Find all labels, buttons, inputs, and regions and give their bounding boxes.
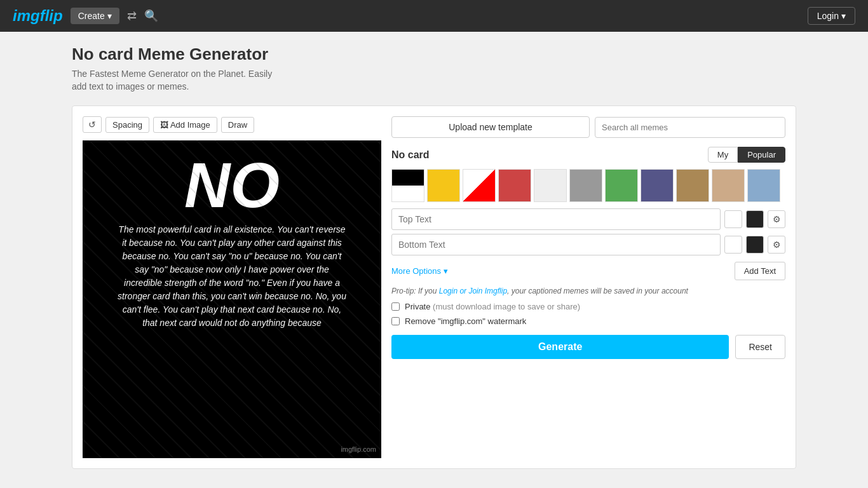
thumbnail-0[interactable] [391,169,424,202]
pro-tip-link[interactable]: Login or Join Imgflip [439,287,507,295]
create-label: Create [78,11,105,21]
thumbnail-9[interactable] [712,169,745,202]
logo-img: img [13,7,40,24]
meme-body-text: The most powerful card in all existence.… [98,217,367,336]
bottom-text-settings-button[interactable]: ⚙ [768,236,785,254]
meme-big-text: NO [184,153,280,217]
tab-group: My Popular [708,147,785,163]
private-checkbox[interactable] [391,302,400,311]
add-image-button[interactable]: 🖼 Add Image [153,117,217,133]
more-options-button[interactable]: More Options ▾ [391,266,448,276]
login-button[interactable]: Login ▾ [808,7,855,25]
reset-button[interactable]: Reset [735,335,785,359]
bottom-text-input[interactable] [391,234,721,255]
bottom-text-row: ⚙ [391,234,785,255]
search-memes-input[interactable] [595,117,785,138]
template-name: No card [391,149,430,161]
tab-my[interactable]: My [708,147,738,163]
left-panel: ↺ Spacing 🖼 Add Image Draw NO The most p… [83,116,381,458]
upload-template-button[interactable]: Upload new template [391,116,590,138]
page-subtitle: The Fastest Meme Generator on the Planet… [72,68,275,93]
login-label: Login [817,11,839,21]
header-left: imgflip Create ▾ ⇄ 🔍 [13,7,158,25]
create-button[interactable]: Create ▾ [71,8,119,24]
toolbar: ↺ Spacing 🖼 Add Image Draw [83,116,381,133]
generator-box: ↺ Spacing 🖼 Add Image Draw NO The most p… [72,105,796,469]
template-header: No card My Popular [391,147,785,163]
thumbnail-3[interactable] [498,169,531,202]
checkboxes: Private (must download image to save or … [391,302,785,326]
more-options-row: More Options ▾ Add Text [391,262,785,280]
meme-image: NO The most powerful card in all existen… [83,140,381,458]
top-text-settings-button[interactable]: ⚙ [768,210,785,228]
more-options-label: More Options [391,266,441,276]
thumbnail-10[interactable] [747,169,780,202]
chevron-down-icon-options: ▾ [444,266,448,276]
shuffle-icon[interactable]: ⇄ [127,9,137,23]
top-text-color-white[interactable] [724,210,742,228]
bottom-text-color-white[interactable] [724,236,742,254]
chevron-down-icon-login: ▾ [841,11,846,21]
bottom-text-color-black[interactable] [746,236,764,254]
watermark-row: Remove "imgflip.com" watermark [391,316,785,326]
thumbnails-row [391,169,785,202]
logo-flip: flip [40,7,63,24]
spacing-button[interactable]: Spacing [105,117,149,133]
top-text-row: ⚙ [391,208,785,230]
header: imgflip Create ▾ ⇄ 🔍 Login ▾ [0,0,868,32]
page-title: No card Meme Generator [72,44,796,64]
thumbnail-7[interactable] [641,169,674,202]
thumbnail-1[interactable] [427,169,460,202]
private-label: Private (must download image to save or … [405,302,580,311]
top-text-color-black[interactable] [746,210,764,228]
pro-tip-prefix: Pro-tip: If you [391,287,439,295]
meme-watermark: imgflip.com [341,445,376,453]
main-content: No card Meme Generator The Fastest Meme … [53,32,815,482]
text-fields: ⚙ ⚙ [391,208,785,255]
private-row: Private (must download image to save or … [391,302,785,311]
top-text-input[interactable] [391,208,721,230]
chevron-down-icon: ▾ [107,11,112,21]
right-panel: Upload new template No card My Popular [391,116,785,458]
generate-button[interactable]: Generate [391,335,729,359]
header-right: Login ▾ [808,7,855,25]
thumbnail-2[interactable] [463,169,496,202]
watermark-label: Remove "imgflip.com" watermark [405,316,526,326]
search-icon[interactable]: 🔍 [144,9,158,23]
reset-icon-button[interactable]: ↺ [83,116,102,133]
thumbnail-6[interactable] [605,169,638,202]
pro-tip-suffix: , your captioned memes will be saved in … [507,287,688,295]
thumbnail-8[interactable] [676,169,709,202]
tab-popular[interactable]: Popular [738,147,785,163]
thumbnail-5[interactable] [569,169,602,202]
watermark-checkbox[interactable] [391,317,400,325]
right-top-row: Upload new template [391,116,785,138]
action-row: Generate Reset [391,335,785,359]
logo: imgflip [13,7,63,25]
add-image-icon: 🖼 [160,120,168,130]
pro-tip: Pro-tip: If you Login or Join Imgflip, y… [391,287,785,295]
add-text-button[interactable]: Add Text [735,262,785,280]
thumbnail-4[interactable] [534,169,567,202]
draw-button[interactable]: Draw [221,117,254,133]
